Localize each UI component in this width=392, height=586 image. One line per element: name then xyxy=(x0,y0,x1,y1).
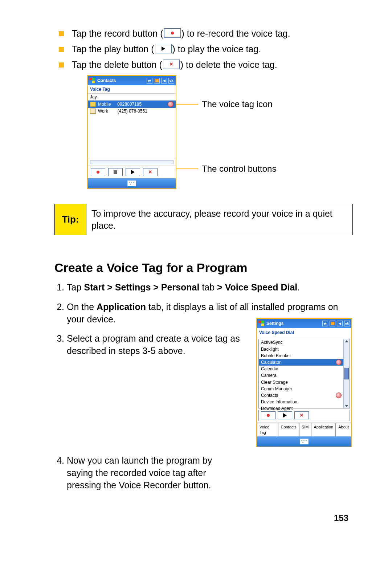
bullet-text: ) to re-record the voice tag. xyxy=(181,28,290,39)
stop-button[interactable] xyxy=(108,168,123,176)
record-button-inline xyxy=(164,28,181,38)
callout-text: The control buttons xyxy=(202,164,276,174)
tab-bar: Voice Tag Contacts SIM Application About xyxy=(257,423,351,436)
play-button[interactable] xyxy=(126,168,140,176)
entry-row[interactable]: Work (425) 878-0551 xyxy=(88,108,176,114)
mobile-icon xyxy=(90,102,96,107)
delete-button[interactable]: × xyxy=(294,411,309,419)
list-item[interactable]: Calculator xyxy=(259,359,344,366)
list-item[interactable]: ActiveSync xyxy=(259,339,344,346)
voice-tag-icon xyxy=(168,101,173,107)
subheading: Voice Tag xyxy=(88,85,176,94)
callout-text: The voice tag icon xyxy=(202,99,273,109)
delete-button[interactable]: × xyxy=(143,168,158,176)
callout-controls: The control buttons xyxy=(176,164,276,174)
volume-icon: ◀ xyxy=(161,78,167,84)
voice-tag-icon xyxy=(336,359,342,365)
entry-row[interactable]: Mobile 0928007185 xyxy=(88,101,176,108)
tab-sim[interactable]: SIM xyxy=(299,423,311,436)
ok-button[interactable]: ok xyxy=(344,321,350,326)
scroll-down-icon xyxy=(345,405,348,407)
list-item[interactable]: Contacts xyxy=(259,392,344,399)
bullet-text: ) to delete the voice tag. xyxy=(180,60,277,70)
tab-voice-tag[interactable]: Voice Tag xyxy=(257,423,278,436)
bullet-text: Tap the record button ( xyxy=(72,28,163,39)
callout-leader xyxy=(176,104,198,105)
list-item[interactable]: Clear Storage xyxy=(259,379,344,386)
device-titlebar: Contacts ⇄ 📶 ◀ ok xyxy=(88,76,176,85)
device-screenshot-contacts: Contacts ⇄ 📶 ◀ ok Voice Tag Jay Mobile 0… xyxy=(87,75,176,189)
scroll-thumb[interactable] xyxy=(344,368,349,379)
entry-number: 0928007185 xyxy=(117,102,142,107)
tab-about[interactable]: About xyxy=(336,423,351,436)
entry-number: (425) 878-0551 xyxy=(118,109,147,114)
step-3: Select a program and create a voice tag … xyxy=(67,333,352,447)
sync-icon: ⇄ xyxy=(322,321,328,326)
play-icon xyxy=(131,170,135,174)
stop-icon xyxy=(114,170,117,174)
voice-tag-icon xyxy=(336,392,342,398)
play-button[interactable] xyxy=(278,411,292,419)
horizontal-scrollbar[interactable] xyxy=(88,159,176,166)
play-icon xyxy=(283,413,287,418)
list-item[interactable]: Camera xyxy=(259,372,344,379)
list-item[interactable]: Calendar xyxy=(259,366,344,372)
contact-name: Jay xyxy=(88,94,176,101)
list-item[interactable]: Comm Manager xyxy=(259,386,344,392)
step-4: Now you can launch the program by saying… xyxy=(67,455,223,491)
device-footer xyxy=(257,436,351,447)
control-bar: × xyxy=(88,166,176,178)
device-title-text: Settings xyxy=(266,321,283,326)
volume-icon: ◀ xyxy=(337,321,343,326)
entry-label: Work xyxy=(98,109,108,114)
bullet-marker xyxy=(59,47,64,52)
delete-icon: × xyxy=(148,169,152,175)
vertical-scrollbar[interactable] xyxy=(343,339,350,408)
step-3-text: Select a program and create a voice tag … xyxy=(67,333,246,357)
sync-icon: ⇄ xyxy=(147,78,152,84)
keyboard-icon[interactable] xyxy=(300,439,309,444)
play-icon xyxy=(162,46,165,51)
bullet-text: ) to play the voice tag. xyxy=(172,44,261,54)
tab-application[interactable]: Application xyxy=(311,423,336,436)
subheading: Voice Speed Dial xyxy=(257,328,351,337)
record-icon xyxy=(97,171,99,174)
device-titlebar: Settings ⇄ 📶 ◀ ok xyxy=(257,319,351,328)
keyboard-icon[interactable] xyxy=(127,180,136,186)
callout-voice-icon: The voice tag icon xyxy=(176,99,276,109)
delete-button-inline: × xyxy=(163,60,180,69)
delete-icon: × xyxy=(170,61,173,67)
record-button[interactable] xyxy=(261,411,275,419)
windows-flag-icon xyxy=(258,321,264,326)
play-button-inline xyxy=(155,44,172,53)
bullet-marker xyxy=(59,31,64,36)
record-icon xyxy=(171,32,174,34)
tip-box: Tip: To improve the accuracy, please rec… xyxy=(54,204,353,235)
bullet-text: Tap the play button ( xyxy=(72,44,154,54)
section-heading: Create a Voice Tag for a Program xyxy=(54,261,352,275)
callouts: The voice tag icon The control buttons xyxy=(176,75,276,189)
windows-flag-icon xyxy=(89,78,95,84)
tip-text: To improve the accuracy, please record y… xyxy=(86,204,352,235)
list-item[interactable]: Download Agent xyxy=(259,405,344,412)
device-screenshot-settings: Settings ⇄ 📶 ◀ ok Voice Speed Dial Activ… xyxy=(256,318,352,447)
record-icon xyxy=(267,414,270,417)
record-button[interactable] xyxy=(91,168,105,176)
page-number: 153 xyxy=(54,513,352,523)
bullet-text: Tap the delete button ( xyxy=(72,60,162,70)
program-list: ActiveSync Backlight Bubble Breaker Calc… xyxy=(258,339,350,408)
tab-contacts[interactable]: Contacts xyxy=(278,423,299,436)
entry-label: Mobile xyxy=(98,102,111,107)
bullet-marker xyxy=(59,62,64,68)
ok-button[interactable]: ok xyxy=(168,78,174,84)
work-icon xyxy=(90,109,96,114)
figure-contacts: Contacts ⇄ 📶 ◀ ok Voice Tag Jay Mobile 0… xyxy=(87,75,352,189)
callout-leader xyxy=(176,168,198,169)
list-item[interactable]: Bubble Breaker xyxy=(259,353,344,359)
list-item[interactable]: Backlight xyxy=(259,346,344,353)
list-item[interactable]: Device Information xyxy=(259,399,344,405)
tip-label: Tip: xyxy=(55,204,86,235)
bullet-play: Tap the play button ( ) to play the voic… xyxy=(54,44,352,54)
bullet-delete: Tap the delete button ( × ) to delete th… xyxy=(54,60,352,70)
device-footer xyxy=(88,178,176,188)
